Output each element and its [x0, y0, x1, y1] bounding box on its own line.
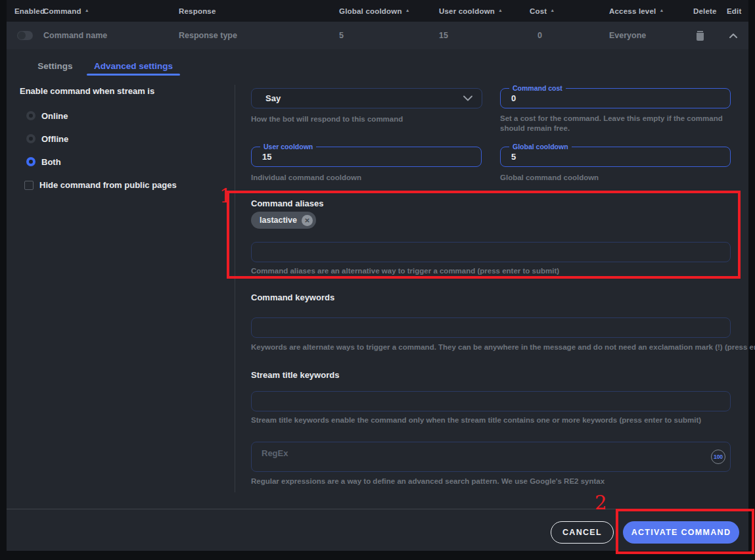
access-level-cell: Everyone — [609, 22, 646, 49]
col-header-cost[interactable]: Cost▲ — [530, 0, 555, 22]
command-keywords-caption: Keywords are alternate ways to trigger a… — [251, 343, 755, 351]
col-header-access-level[interactable]: Access level▲ — [609, 0, 664, 22]
sort-asc-icon: ▲ — [659, 8, 664, 12]
enabled-toggle[interactable] — [17, 31, 33, 40]
tab-advanced-settings-label: Advanced settings — [94, 61, 173, 71]
activate-command-button[interactable]: ACTIVATE COMMAND — [623, 521, 739, 544]
col-header-enabled: Enabled — [14, 0, 45, 22]
stream-state-label: Enable command when stream is — [20, 86, 154, 96]
col-header-edit: Edit — [727, 0, 742, 22]
command-keywords-input[interactable] — [251, 317, 731, 338]
user-cooldown-cell: 15 — [439, 22, 448, 49]
stream-title-keywords-input[interactable] — [251, 391, 731, 411]
user-cooldown-input[interactable] — [252, 147, 481, 166]
hide-command-checkbox-row[interactable]: Hide command from public pages — [24, 180, 177, 190]
toggle-knob — [18, 32, 26, 39]
collapse-row-button[interactable] — [729, 22, 737, 49]
response-type-select[interactable]: Say — [251, 88, 482, 108]
tab-settings-label: Settings — [37, 61, 72, 71]
response-type-caption: How the bot will respond to this command — [251, 115, 403, 123]
panel-divider — [235, 85, 235, 492]
radio-online[interactable]: Online — [26, 111, 68, 120]
col-header-delete: Delete — [693, 0, 717, 22]
chevron-up-icon — [729, 33, 737, 38]
user-cooldown-caption: Individual command cooldown — [251, 174, 361, 181]
command-edit-panel: Settings Advanced settings Enable comman… — [7, 49, 748, 551]
radio-circle-icon — [26, 111, 35, 120]
alias-chip: lastactive ✕ — [251, 212, 316, 229]
chevron-down-icon — [463, 95, 472, 101]
cancel-button[interactable]: CANCEL — [551, 521, 614, 544]
global-cooldown-input[interactable] — [501, 147, 730, 166]
command-aliases-caption: Command aliases are an alternative way t… — [251, 267, 559, 275]
char-counter-badge: 100 — [711, 450, 725, 464]
response-type-cell: Response type — [179, 22, 237, 49]
response-type-value: Say — [265, 93, 281, 103]
command-aliases-input[interactable] — [251, 242, 731, 262]
stream-title-keywords-caption: Stream title keywords enable the command… — [251, 416, 701, 424]
tab-advanced-settings[interactable]: Advanced settings — [85, 56, 181, 76]
sort-asc-icon: ▲ — [498, 8, 503, 12]
user-cooldown-field[interactable]: User cooldown — [251, 147, 482, 167]
command-name-cell: Command name — [43, 22, 107, 49]
command-cost-caption: Set a cost for the command. Leave this e… — [500, 114, 742, 133]
checkbox-icon — [24, 181, 34, 190]
global-cooldown-caption: Global command cooldown — [500, 174, 599, 181]
regex-caption: Regular expressions are a way to define … — [251, 477, 605, 485]
command-table-row: Command name Response type 5 15 0 Everyo… — [7, 22, 748, 49]
global-cooldown-field[interactable]: Global cooldown — [500, 147, 731, 167]
radio-offline[interactable]: Offline — [26, 134, 68, 143]
footer-divider — [7, 509, 748, 509]
command-aliases-title: Command aliases — [251, 198, 324, 208]
cost-cell: 0 — [538, 22, 542, 49]
trash-icon — [696, 31, 704, 41]
command-cost-field[interactable]: Command cost — [500, 88, 731, 108]
active-tab-underline — [87, 74, 180, 76]
remove-alias-icon[interactable]: ✕ — [302, 215, 313, 226]
command-keywords-title: Command keywords — [251, 292, 334, 302]
col-header-response: Response — [179, 0, 216, 22]
radio-both[interactable]: Both — [26, 157, 61, 166]
stream-title-keywords-title: Stream title keywords — [251, 370, 339, 380]
col-header-command[interactable]: Command▲ — [43, 0, 89, 22]
sort-asc-icon: ▲ — [85, 8, 89, 12]
col-header-user-cooldown[interactable]: User cooldown▲ — [439, 0, 503, 22]
delete-button[interactable] — [696, 22, 704, 49]
commands-table-header: Enabled Command▲ Response Global cooldow… — [7, 0, 748, 22]
tab-settings[interactable]: Settings — [32, 56, 79, 76]
radio-circle-icon — [26, 134, 35, 143]
regex-field: 100 — [251, 442, 731, 472]
alias-chip-label: lastactive — [260, 216, 297, 225]
global-cooldown-cell: 5 — [339, 22, 344, 49]
sort-asc-icon: ▲ — [405, 8, 410, 12]
regex-input[interactable] — [252, 442, 730, 471]
col-header-global-cooldown[interactable]: Global cooldown▲ — [339, 0, 410, 22]
command-cost-input[interactable] — [501, 89, 730, 108]
sort-asc-icon: ▲ — [550, 8, 555, 12]
radio-selected-icon — [26, 157, 35, 166]
